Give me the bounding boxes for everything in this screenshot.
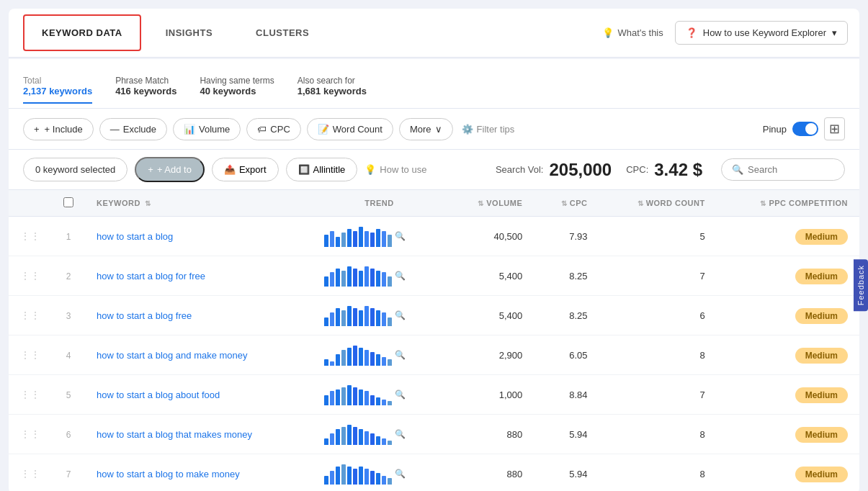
row-checkbox-cell[interactable]: 4: [52, 335, 85, 375]
keyword-cell[interactable]: how to start a blog: [85, 217, 313, 256]
word-count-cell: 8: [599, 454, 717, 492]
trend-search-icon[interactable]: 🔍: [395, 469, 406, 479]
keywords-table: KEYWORD ⇅ TREND ⇅ VOLUME ⇅ CPC ⇅ WORD CO…: [9, 190, 859, 491]
keyword-link[interactable]: how to start a blog for free: [97, 271, 205, 281]
search-vol-label: Search Vol:: [496, 164, 544, 175]
row-checkbox-cell[interactable]: 7: [52, 454, 85, 492]
ppc-badge: Medium: [795, 387, 848, 403]
cpc-cell: 5.94: [534, 415, 599, 454]
check-col-header[interactable]: [52, 190, 85, 217]
keyword-cell[interactable]: how to start a blog about food: [85, 375, 313, 415]
keyword-cell[interactable]: how to start a blog free: [85, 296, 313, 335]
how-to-use-button[interactable]: ❓ How to use Keyword Explorer ▾: [675, 21, 848, 45]
word-count-button[interactable]: 📝 Word Count: [307, 118, 393, 140]
word-count-col-header[interactable]: ⇅ WORD COUNT: [599, 190, 717, 217]
keyword-link[interactable]: how to start a blog free: [97, 310, 192, 321]
pinup-toggle[interactable]: [792, 122, 818, 136]
cpc-button[interactable]: 🏷 CPC: [246, 118, 300, 140]
include-button[interactable]: + + Include: [23, 118, 94, 140]
whats-this-button[interactable]: 💡 What's this: [602, 27, 663, 38]
volume-cell: 880: [446, 454, 534, 492]
table-row: ⋮⋮ 3 how to start a blog free 🔍 5,400 8.…: [9, 296, 859, 335]
keyword-cell[interactable]: how to start a blog for free: [85, 256, 313, 296]
drag-handle-icon: ⋮⋮: [20, 230, 40, 242]
export-icon: 📤: [224, 164, 236, 175]
info-icon: 💡: [364, 164, 376, 175]
keyword-link[interactable]: how to start a blog to make money: [97, 469, 240, 479]
trend-search-icon[interactable]: 🔍: [395, 271, 406, 281]
drag-handle-cell: ⋮⋮: [9, 335, 52, 375]
word-count-cell: 7: [599, 375, 717, 415]
kw-tab-same-terms[interactable]: Having same terms 40 keywords: [200, 71, 274, 108]
keyword-link[interactable]: how to start a blog that makes money: [97, 429, 252, 440]
volume-button[interactable]: 📊 Volume: [173, 118, 241, 140]
allintitle-button[interactable]: 🔲 Allintitle: [286, 158, 358, 181]
add-to-button[interactable]: + + Add to: [135, 157, 205, 182]
minus-icon: —: [110, 124, 120, 135]
more-button[interactable]: More ∨: [399, 118, 453, 140]
select-all-checkbox[interactable]: [63, 197, 73, 207]
trend-cell: 🔍: [313, 335, 446, 375]
ppc-cell: Medium: [717, 375, 859, 415]
trend-search-icon[interactable]: 🔍: [395, 350, 406, 360]
filter-tips-button[interactable]: ⚙️ Filter tips: [462, 124, 515, 135]
trend-cell: 🔍: [313, 375, 446, 415]
tab-insights[interactable]: INSIGHTS: [147, 14, 231, 51]
trend-search-icon[interactable]: 🔍: [395, 231, 406, 241]
drag-handle-cell: ⋮⋮: [9, 217, 52, 256]
cpc-col-header[interactable]: ⇅ CPC: [534, 190, 599, 217]
drag-handle-cell: ⋮⋮: [9, 415, 52, 454]
cpc-cell: 8.25: [534, 256, 599, 296]
trend-search-icon[interactable]: 🔍: [395, 389, 406, 400]
drag-handle-icon: ⋮⋮: [20, 428, 40, 440]
ppc-col-header[interactable]: ⇅ PPC COMPETITION: [717, 190, 859, 217]
exclude-button[interactable]: — Exclude: [99, 118, 167, 140]
volume-cell: 5,400: [446, 296, 534, 335]
keyword-link[interactable]: how to start a blog: [97, 231, 173, 242]
keyword-col-header[interactable]: KEYWORD ⇅: [85, 190, 313, 217]
search-vol-number: 205,000: [549, 160, 612, 180]
keyword-cell[interactable]: how to start a blog that makes money: [85, 415, 313, 454]
keyword-link[interactable]: how to start a blog about food: [97, 389, 220, 400]
volume-icon: 📊: [184, 124, 195, 135]
trend-cell: 🔍: [313, 217, 446, 256]
trend-cell: 🔍: [313, 415, 446, 454]
search-icon: 🔍: [732, 164, 743, 175]
ppc-badge: Medium: [795, 229, 848, 245]
allintitle-icon: 🔲: [298, 164, 310, 175]
export-button[interactable]: 📤 Export: [212, 158, 279, 181]
volume-cell: 880: [446, 415, 534, 454]
volume-col-header[interactable]: ⇅ VOLUME: [446, 190, 534, 217]
tab-keyword-data[interactable]: KEYWORD DATA: [23, 14, 141, 51]
feedback-tab[interactable]: Feedback: [854, 259, 868, 311]
row-checkbox-cell[interactable]: 2: [52, 256, 85, 296]
keyword-link[interactable]: how to start a blog and make money: [97, 350, 248, 361]
row-number: 1: [66, 232, 71, 242]
question-icon: ❓: [686, 27, 697, 38]
cpc-cell: 5.94: [534, 454, 599, 492]
pinup-label: Pinup: [763, 124, 787, 135]
how-to-use-link[interactable]: 💡 How to use: [364, 164, 426, 175]
kw-tab-also-search[interactable]: Also search for 1,681 keywords: [297, 71, 367, 108]
kw-tab-total[interactable]: Total 2,137 keywords: [23, 71, 92, 108]
row-number: 3: [66, 311, 71, 321]
cpc-cell: 8.84: [534, 375, 599, 415]
kw-tab-phrase-match[interactable]: Phrase Match 416 keywords: [115, 71, 176, 108]
trend-col-header[interactable]: TREND: [313, 190, 446, 217]
volume-cell: 40,500: [446, 217, 534, 256]
search-input[interactable]: [748, 164, 834, 175]
row-checkbox-cell[interactable]: 5: [52, 375, 85, 415]
row-checkbox-cell[interactable]: 1: [52, 217, 85, 256]
trend-search-icon[interactable]: 🔍: [395, 429, 406, 439]
cpc-cell: 7.93: [534, 217, 599, 256]
trend-search-icon[interactable]: 🔍: [395, 310, 406, 320]
tab-clusters[interactable]: CLUSTERS: [237, 14, 328, 51]
row-checkbox-cell[interactable]: 3: [52, 296, 85, 335]
keyword-cell[interactable]: how to start a blog and make money: [85, 335, 313, 375]
grid-view-button[interactable]: ⊞: [824, 117, 845, 140]
row-checkbox-cell[interactable]: 6: [52, 415, 85, 454]
drag-handle-icon: ⋮⋮: [20, 310, 40, 321]
keyword-cell[interactable]: how to start a blog to make money: [85, 454, 313, 492]
row-number: 7: [66, 469, 71, 479]
table-row: ⋮⋮ 4 how to start a blog and make money …: [9, 335, 859, 375]
